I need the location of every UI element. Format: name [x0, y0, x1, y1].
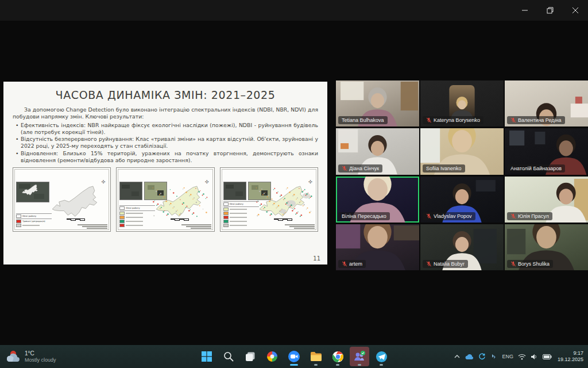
- map-canvas: ✣ Межі районуТривалі (деградація): [13, 167, 111, 232]
- page-number: 11: [313, 255, 320, 262]
- meeting-app-icon[interactable]: [350, 347, 369, 366]
- tray-status-icon[interactable]: [490, 353, 497, 360]
- legend-label-placeholder: [230, 225, 247, 226]
- battery-icon[interactable]: [543, 354, 552, 359]
- legend-swatch: [16, 220, 21, 223]
- legend-item: [119, 220, 155, 223]
- wifi-icon[interactable]: [518, 354, 526, 360]
- legend-item: [223, 212, 259, 215]
- map-figure: ✣ Межі районуТривалі (деградація): [13, 167, 111, 236]
- legend-swatch: [119, 220, 125, 223]
- language-indicator[interactable]: ENG: [502, 354, 513, 359]
- participant-name: Kateryna Borysenko: [434, 117, 480, 123]
- legend-swatch: [223, 202, 229, 206]
- chrome-icon[interactable]: [328, 347, 347, 366]
- legend-label-placeholder: [126, 213, 143, 214]
- muted-mic-icon: [510, 213, 516, 219]
- muted-mic-icon: [426, 213, 432, 219]
- clock[interactable]: 9:17 19.12.2025: [558, 350, 583, 363]
- muted-mic-icon: [510, 261, 516, 267]
- legend-label: Тривалі (деградація): [22, 220, 45, 223]
- maps-row: ✣ Межі районуТривалі (деградація): [13, 167, 318, 236]
- legend-title: [16, 213, 52, 214]
- onedrive-icon[interactable]: [465, 354, 474, 360]
- temperature: 1°C: [25, 350, 56, 357]
- zoom-app-icon[interactable]: [284, 347, 304, 366]
- participant-name-label: Vladyslav Popov: [423, 212, 475, 220]
- legend-item: [223, 220, 259, 223]
- weather-widget[interactable]: 1°C Mostly cloudy: [6, 345, 56, 368]
- participant-tile[interactable]: Віліна Пересадько: [336, 177, 419, 223]
- muted-mic-icon: [342, 261, 347, 267]
- legend-item: [223, 224, 259, 227]
- legend-title: [119, 205, 155, 206]
- clock-date: 19.12.2025: [558, 356, 583, 363]
- participant-name-label: Natalia Bubyr: [423, 260, 468, 268]
- legend-label-placeholder: [230, 209, 247, 210]
- map-figure: ✣ Межі району: [220, 167, 318, 236]
- close-button[interactable]: [563, 0, 588, 21]
- legend-label-placeholder: [126, 225, 143, 226]
- participant-name: Tetiana Bulhakova: [342, 117, 384, 123]
- participant-name: Анатолій Байназаров: [510, 166, 562, 171]
- participant-tile[interactable]: Sofiia Ivanenko: [420, 128, 504, 174]
- participant-tile[interactable]: Анатолій Байназаров: [505, 128, 588, 174]
- volume-icon[interactable]: [531, 354, 538, 360]
- start-icon[interactable]: [197, 347, 216, 366]
- scale-bar: [171, 218, 189, 221]
- minimize-button[interactable]: [512, 0, 537, 21]
- map-figure: ✣ Межі району: [116, 167, 214, 236]
- telegram-icon[interactable]: [372, 347, 391, 366]
- tray-chevron-icon[interactable]: [454, 354, 460, 359]
- legend-title: [223, 201, 259, 202]
- participant-tile[interactable]: Діана Сінчук: [336, 128, 419, 174]
- clock-time: 9:17: [573, 350, 583, 356]
- legend-swatch: [119, 224, 125, 227]
- participant-tile[interactable]: artem: [336, 224, 419, 270]
- legend-subtitle: [223, 206, 259, 207]
- legend-swatch: [223, 216, 229, 219]
- meeting-stage: ЧАСОВА ДИНАМІКА ЗМІН: 2021–2025 За допом…: [0, 21, 588, 345]
- task-view-icon[interactable]: [241, 347, 260, 366]
- titlebar: [0, 0, 588, 21]
- participant-tile[interactable]: Natalia Bubyr: [420, 224, 504, 270]
- legend-item: Межі району: [223, 202, 259, 206]
- muted-mic-icon: [510, 117, 516, 123]
- map-canvas: ✣ Межі району: [116, 167, 214, 232]
- legend-label-placeholder: [230, 213, 247, 214]
- participant-tile[interactable]: Валентина Редіна: [505, 80, 588, 126]
- participant-name: Vladyslav Popov: [434, 213, 472, 219]
- participant-tile[interactable]: Borys Shulika: [505, 224, 588, 270]
- legend-item: [119, 224, 155, 227]
- legend-item: [119, 216, 155, 219]
- participant-name: Віліна Пересадько: [342, 213, 386, 219]
- participant-tile[interactable]: Vladyslav Popov: [420, 177, 504, 223]
- legend-item: [16, 224, 52, 227]
- legend-subtitle: [119, 210, 155, 211]
- bullet-item: Відновлення: Близько 15% територій, ураж…: [15, 150, 318, 164]
- legend-label-placeholder: [126, 221, 143, 222]
- participant-name: Natalia Bubyr: [434, 261, 465, 267]
- participant-tile[interactable]: Tetiana Bulhakova: [336, 80, 419, 126]
- system-tray: ENG 9:17 19.12.2025: [454, 345, 586, 368]
- legend-subtitle: [16, 218, 52, 219]
- file-explorer-icon[interactable]: [306, 347, 326, 366]
- participant-tile[interactable]: Юлія Прасул: [505, 177, 588, 223]
- running-indicator: [380, 364, 383, 366]
- search-icon[interactable]: [219, 347, 238, 366]
- participant-tile[interactable]: Kateryna Borysenko: [420, 80, 504, 126]
- legend-item: Тривалі (деградація): [16, 220, 52, 223]
- legend-item: [119, 212, 155, 215]
- participant-name-label: artem: [338, 260, 366, 268]
- legend-label: Межі району: [230, 203, 243, 205]
- sync-icon[interactable]: [478, 353, 486, 361]
- running-indicator: [314, 364, 318, 366]
- legend-label-placeholder: [22, 225, 40, 226]
- restore-button[interactable]: [537, 0, 563, 21]
- widgets-icon[interactable]: [262, 347, 282, 366]
- slide-bullets: Ефективність індексів: NBR найкраще фікс…: [15, 122, 318, 164]
- shared-screen-slide: ЧАСОВА ДИНАМІКА ЗМІН: 2021–2025 За допом…: [3, 82, 327, 264]
- running-indicator: [336, 364, 339, 366]
- participant-name: Юлія Прасул: [518, 213, 549, 219]
- map-source-text: [181, 224, 211, 229]
